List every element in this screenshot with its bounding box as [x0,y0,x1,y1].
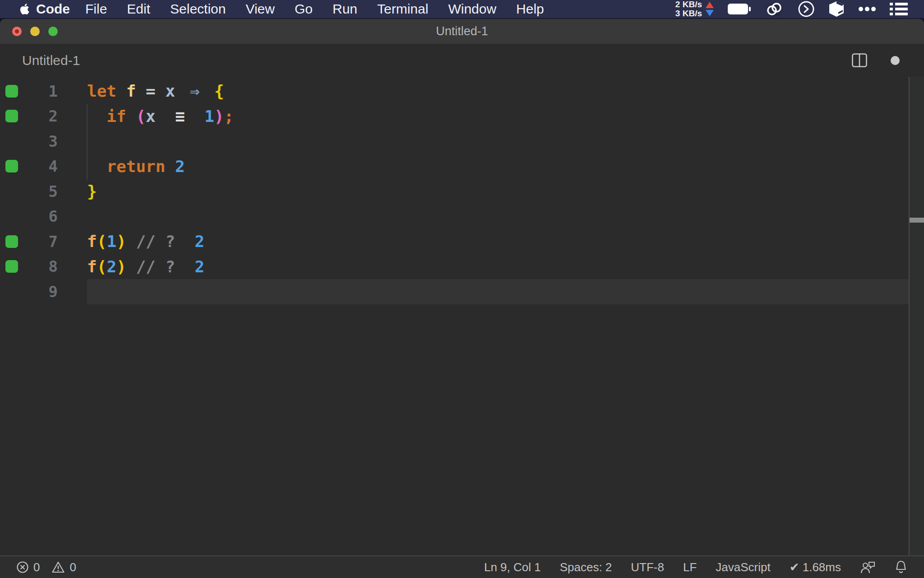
menu-item-terminal[interactable]: Terminal [377,1,428,17]
battery-icon[interactable] [727,3,751,15]
download-arrow-icon [706,10,714,16]
code-lines: 1let f = x ⇒ {2 if (x ≡ 1);34 return 25}… [0,79,924,304]
apple-menu-icon[interactable] [20,2,32,16]
menu-item-file[interactable]: File [85,1,107,17]
list-icon[interactable] [890,2,908,16]
network-speed-monitor: 2 KB/s 3 KB/s [675,0,714,18]
coverage-indicator [5,235,18,248]
overview-ruler-cursor-marker [910,218,924,223]
code-line-7[interactable]: 7f(1) // ? 2 [0,229,924,254]
cube-icon[interactable] [828,0,845,18]
feedback-person-icon[interactable] [860,560,875,574]
status-item-1-68ms[interactable]: ✔ 1.68ms [790,560,841,574]
line-number[interactable]: 4 [23,157,58,175]
line-number[interactable]: 9 [23,283,58,301]
gutter [0,85,23,98]
tab-untitled-1[interactable]: Untitled-1 [22,53,80,68]
notifications-bell-icon[interactable] [894,560,908,574]
status-bar: 0 0 Ln 9, Col 1Spaces: 2UTF-8LFJavaScrip… [0,555,924,578]
menu-item-view[interactable]: View [245,1,274,17]
code-line-4[interactable]: 4 return 2 [0,154,924,179]
line-content: } [87,182,97,200]
menu-item-app-name[interactable]: Code [36,1,70,17]
overview-ruler[interactable] [909,77,924,555]
gutter [0,260,23,273]
line-content: return 2 [87,157,185,176]
gutter [0,235,23,248]
error-count: 0 [33,560,40,574]
line-number[interactable]: 6 [23,207,58,225]
network-download-speed: 3 KB/s [675,9,702,18]
code-line-3[interactable]: 3 [0,129,924,154]
desktop: Code FileEditSelectionViewGoRunTerminalW… [0,0,924,578]
window-title: Untitled-1 [0,24,924,38]
code-line-5[interactable]: 5} [0,179,924,204]
menu-item-edit[interactable]: Edit [127,1,150,17]
coverage-indicator [5,260,18,273]
line-content: f(1) // ? 2 [87,232,204,251]
line-number[interactable]: 5 [23,182,58,200]
unsaved-changes-dot[interactable] [891,56,900,65]
menu-item-run[interactable]: Run [333,1,357,17]
menu-item-window[interactable]: Window [448,1,496,17]
menu-item-go[interactable]: Go [295,1,313,17]
status-item-lf[interactable]: LF [683,560,697,574]
status-item-spaces-2[interactable]: Spaces: 2 [560,560,612,574]
line-content: f(2) // ? 2 [87,257,204,276]
warnings-icon [51,561,65,573]
menu-items: FileEditSelectionViewGoRunTerminalWindow… [85,1,544,17]
editor-tab-row: Untitled-1 [0,44,924,77]
line-number[interactable]: 2 [23,107,58,125]
gutter [0,110,23,122]
coverage-indicator [5,110,18,122]
errors-icon [16,561,29,573]
menu-bar-status-icons: 2 KB/s 3 KB/s [675,0,908,18]
menu-item-help[interactable]: Help [516,1,544,17]
linked-rings-icon[interactable] [764,1,784,17]
menu-item-selection[interactable]: Selection [170,1,226,17]
terminal-circle-icon[interactable] [798,0,815,18]
line-number[interactable]: 3 [23,132,58,150]
line-number[interactable]: 8 [23,257,58,275]
code-line-8[interactable]: 8f(2) // ? 2 [0,254,924,280]
line-content: if (x ≡ 1); [87,107,234,126]
code-line-2[interactable]: 2 if (x ≡ 1); [0,104,924,129]
line-number[interactable]: 1 [23,82,58,100]
status-item-ln-9-col-1[interactable]: Ln 9, Col 1 [484,560,541,574]
code-line-9[interactable]: 9 [0,279,924,304]
macos-menu-bar: Code FileEditSelectionViewGoRunTerminalW… [0,0,924,19]
line-content: let f = x ⇒ { [87,82,224,100]
gutter [0,160,23,172]
status-item-utf-8[interactable]: UTF-8 [631,560,664,574]
coverage-indicator [5,160,18,172]
status-bar-right: Ln 9, Col 1Spaces: 2UTF-8LFJavaScript✔ 1… [484,560,908,574]
coverage-indicator [5,85,18,98]
problems-status[interactable]: 0 0 [16,560,76,574]
code-editor[interactable]: 1let f = x ⇒ {2 if (x ≡ 1);34 return 25}… [0,77,924,555]
upload-arrow-icon [706,2,714,8]
window-title-bar[interactable]: Untitled-1 [0,19,924,44]
warning-count: 0 [69,560,76,574]
ellipsis-icon[interactable] [858,6,876,12]
split-editor-icon[interactable] [852,53,867,67]
line-number[interactable]: 7 [23,233,58,251]
code-line-1[interactable]: 1let f = x ⇒ { [0,79,924,104]
network-upload-speed: 2 KB/s [675,0,702,9]
code-line-6[interactable]: 6 [0,204,924,229]
status-item-javascript[interactable]: JavaScript [716,560,770,574]
